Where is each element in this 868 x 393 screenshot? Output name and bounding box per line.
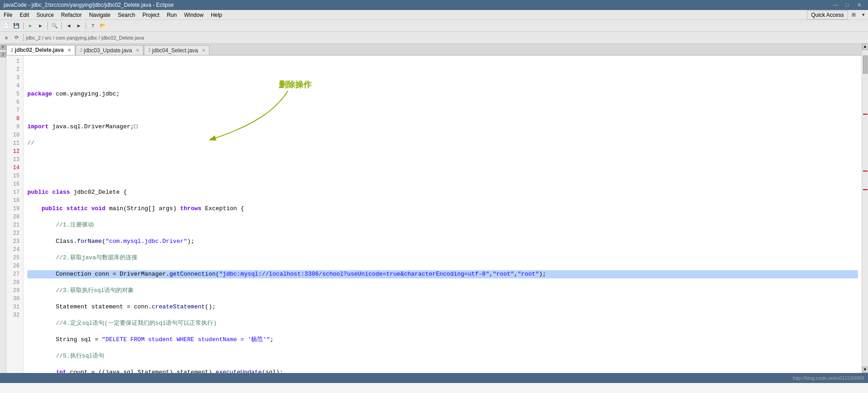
tab-close-2[interactable]: ✕ [136,48,139,53]
tab-close-1[interactable]: ✕ [67,48,71,53]
perspective-button[interactable]: ⊞ [849,10,858,20]
tabs-bar: J jdbc02_Delete.java ✕ J jdbc03_Update.j… [6,44,862,55]
line-num-1: 1 [7,57,21,66]
maximize-button[interactable]: □ [843,2,852,8]
code-line-13: //3.获取执行sql语句的对象 [27,287,858,295]
menu-search[interactable]: Search [114,10,139,20]
run-button[interactable]: ▶ [36,21,45,30]
menu-file[interactable]: File [0,10,16,20]
tab-icon-2: J [80,48,82,53]
line-num-12: 12 [7,147,21,156]
new-button[interactable]: 📄 [2,21,11,30]
search-button[interactable]: 🔍 [50,21,59,30]
scroll-thumb[interactable] [863,55,868,74]
code-line-17: //5.执行sql语句 [27,352,858,360]
code-editor[interactable]: 1 2 3 4 5 6 7 8 9 10 11 12 13 14 15 16 1… [6,55,862,373]
quick-access-button[interactable]: Quick Access [807,10,848,20]
code-line-12: Connection conn = DriverManager.getConne… [27,270,858,278]
menu-help[interactable]: Help [207,10,226,20]
tab-label-2: jdbc03_Update.java [84,47,132,54]
line-num-23: 23 [7,237,21,246]
main-area: P J J jdbc02_Delete.java ✕ J jdbc03_Upda… [0,44,868,373]
close-button[interactable]: ✕ [854,2,864,8]
scroll-track[interactable] [863,51,868,366]
open-resource-button[interactable]: 📂 [98,21,107,30]
nav-icon-1[interactable]: P [0,45,6,50]
code-content[interactable]: 删除操作 package com.yangying.jdbc; import j… [24,55,862,373]
line-num-17: 17 [7,188,21,196]
status-url: http://blog.csdn.net/u012169856 [793,375,864,381]
line-num-3: 3 [7,74,21,82]
window-controls[interactable]: ─ □ ✕ [831,2,864,8]
window-title: javaCode - jdbc_2/src/com/yangying/jdbc/… [4,2,174,8]
tab-label-3: jdbc04_Select.java [152,47,198,54]
line-num-32: 32 [7,311,21,319]
ruler-mark-1 [863,114,868,115]
menu-refactor[interactable]: Refactor [57,10,85,20]
title-bar: javaCode - jdbc_2/src/com/yangying/jdbc/… [0,0,868,10]
tab-jdbc03-update[interactable]: J jdbc03_Update.java ✕ [76,45,143,55]
minimize-button[interactable]: ─ [831,2,840,8]
back-button[interactable]: ◀ [64,21,73,30]
scroll-up-button[interactable]: ▲ [862,44,868,50]
toolbar-separator-2 [47,22,48,30]
menu-edit[interactable]: Edit [16,10,33,20]
toolbar-separator-1 [23,22,24,30]
line-num-26: 26 [7,262,21,270]
svg-text:删除操作: 删除操作 [278,80,312,89]
open-type-button[interactable]: T [88,21,97,30]
line-num-9: 9 [7,123,21,131]
line-num-15: 15 [7,172,21,180]
tab-icon-1: J [10,48,13,53]
code-line-11: //2.获取java与数据库的连接 [27,254,858,262]
menu-window[interactable]: Window [180,10,207,20]
tab-close-3[interactable]: ✕ [202,48,205,53]
line-num-29: 29 [7,287,21,295]
ruler-mark-3 [863,189,868,190]
line-num-2: 2 [7,66,21,74]
menu-source[interactable]: Source [33,10,57,20]
code-line-4: // [27,139,858,147]
outer-nav-panel: P J [0,44,6,373]
toolbar-separator-3 [61,22,62,30]
debug-button[interactable]: ▶ [26,21,35,30]
tab-jdbc02-delete[interactable]: J jdbc02_Delete.java ✕ [6,45,75,55]
sec-toolbar-separator [23,34,24,41]
menu-run[interactable]: Run [163,10,180,20]
line-num-30: 30 [7,295,21,303]
code-line-18: int count = ((java.sql.Statement) statem… [27,368,858,373]
save-button[interactable]: 💾 [12,21,21,30]
tab-icon-3: J [148,48,150,53]
line-num-22: 22 [7,229,21,237]
link-with-editor-button[interactable]: ⟳ [12,33,21,42]
line-num-21: 21 [7,221,21,229]
code-line-2 [27,106,858,115]
view-menu-button[interactable]: ▾ [859,10,868,20]
code-line-16: String sql = "DELETE FROM student WHERE … [27,336,858,344]
code-line-3: import java.sql.DriverManager;□ [27,123,858,131]
line-num-24: 24 [7,246,21,254]
code-line-5 [27,156,858,164]
nav-icon-2[interactable]: J [0,52,6,57]
line-num-5: 5 [7,90,21,98]
breadcrumb: jdbc_2 / src / com.yangying.jdbc / jdbc0… [26,35,144,40]
code-line-1: package com.yangying.jdbc; [27,90,858,98]
line-num-13: 13 [7,156,21,164]
editor-container: J jdbc02_Delete.java ✕ J jdbc03_Update.j… [6,44,862,373]
line-num-28: 28 [7,278,21,287]
forward-button[interactable]: ▶ [74,21,83,30]
menu-project[interactable]: Project [139,10,163,20]
menu-navigate[interactable]: Navigate [85,10,114,20]
line-num-25: 25 [7,254,21,262]
secondary-toolbar: ≡ ⟳ jdbc_2 / src / com.yangying.jdbc / j… [0,32,868,44]
line-num-31: 31 [7,303,21,311]
collapse-all-button[interactable]: ≡ [2,33,11,42]
right-scrollbar[interactable]: ▲ ▼ [862,44,868,373]
line-num-8: 8 [7,115,21,123]
code-line-15: //4.定义sql语句(一定要保证我们的sql语句可以正常执行) [27,319,858,328]
tab-jdbc04-select[interactable]: J jdbc04_Select.java ✕ [144,45,209,55]
toolbar: 📄 💾 ▶ ▶ 🔍 ◀ ▶ T 📂 [0,20,868,32]
code-line-6 [27,172,858,180]
line-num-7: 7 [7,106,21,115]
scroll-down-button[interactable]: ▼ [862,367,868,373]
